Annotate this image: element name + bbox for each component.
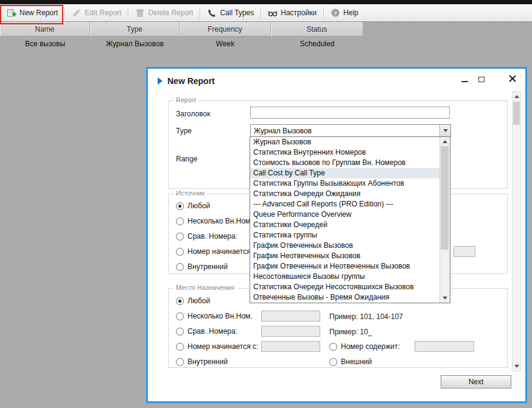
- svg-text:?: ?: [334, 10, 337, 16]
- dialog-window-controls: [461, 74, 517, 85]
- radio-icon: [329, 358, 337, 366]
- scroll-down-icon[interactable]: [440, 294, 450, 303]
- radio-icon: [176, 358, 184, 366]
- window-top-edge: [0, 0, 532, 4]
- dropdown-item[interactable]: График Неотвеченных Вызовов: [250, 251, 439, 261]
- scroll-down-icon[interactable]: [513, 362, 520, 371]
- next-button[interactable]: Next: [441, 375, 511, 389]
- radio-label: Любой: [187, 202, 210, 210]
- source-internal-radio[interactable]: Внутренний: [176, 262, 228, 272]
- source-multiple-radio[interactable]: Несколько Вн.Ном.: [176, 216, 253, 226]
- maximize-icon[interactable]: [478, 77, 485, 82]
- dropdown-item[interactable]: Статистика группы: [250, 230, 439, 241]
- radio-label: Срав. Номера:: [187, 232, 237, 241]
- toolbar-separator: [65, 7, 65, 19]
- source-starts-with-input[interactable]: [453, 246, 475, 257]
- dropdown-item[interactable]: Queue Performance Overview: [250, 209, 439, 220]
- dropdown-item[interactable]: Статистика Группы Вызывающих Абонентов: [250, 178, 439, 189]
- help-icon: ?: [331, 8, 340, 18]
- toolbar-separator: [128, 7, 128, 19]
- dest-contains-radio[interactable]: Номер содержит:: [329, 342, 400, 351]
- type-field-label: Type: [176, 127, 192, 135]
- scrollbar-thumb[interactable]: [513, 102, 520, 125]
- close-icon[interactable]: [508, 74, 517, 85]
- radio-label: Внутренний: [187, 262, 228, 271]
- type-combobox-value: Журнал Вызовов: [251, 127, 439, 135]
- dropdown-scrollbar[interactable]: [439, 137, 450, 303]
- dest-like-input[interactable]: [261, 326, 320, 337]
- dest-like-radio[interactable]: Срав. Номера:: [176, 326, 237, 336]
- dest-like-hint: Пример: 10_: [329, 328, 372, 336]
- type-dropdown-list: Журнал Вызовов Статистика Внутренних Ном…: [250, 136, 450, 303]
- dropdown-scrollbar-thumb[interactable]: [441, 146, 449, 250]
- title-input[interactable]: [250, 107, 450, 119]
- radio-icon: [176, 328, 184, 336]
- radio-label: Любой: [187, 297, 210, 305]
- dropdown-item[interactable]: Несостоявшиеся Вызовы группы: [250, 272, 439, 282]
- dropdown-item[interactable]: Статистика Внутренних Номеров: [250, 147, 439, 158]
- dropdown-item[interactable]: --- Advanced Call Reports (PRO Edition) …: [250, 199, 439, 209]
- minimize-icon[interactable]: [461, 81, 468, 82]
- help-label: Help: [343, 9, 359, 17]
- edit-icon: [72, 8, 82, 18]
- row-cell-frequency: Week: [180, 37, 271, 51]
- dest-multiple-hint: Пример: 101, 104-107: [329, 312, 403, 321]
- scroll-up-icon[interactable]: [513, 92, 520, 101]
- dropdown-item-highlighted[interactable]: Call Cost by Call Type: [250, 168, 439, 178]
- radio-label: Номер содержит:: [341, 342, 400, 351]
- type-combobox[interactable]: Журнал Вызовов: [250, 124, 451, 137]
- settings-label: Настройки: [281, 9, 317, 17]
- dest-external-radio[interactable]: Внешний: [329, 357, 372, 367]
- source-like-radio[interactable]: Срав. Номера:: [176, 231, 237, 241]
- dropdown-item[interactable]: Статистики Очередей: [250, 220, 439, 230]
- radio-label: Несколько Вн.Ном.: [187, 217, 253, 225]
- radio-icon: [176, 217, 184, 225]
- new-report-icon: [7, 8, 16, 18]
- settings-button[interactable]: Настройки: [262, 5, 322, 21]
- column-header-name[interactable]: Name: [0, 22, 90, 37]
- column-header-status[interactable]: Status: [271, 22, 363, 37]
- radio-label: Внешний: [341, 357, 372, 366]
- dropdown-item[interactable]: График Отвеченных Вызовов: [250, 241, 439, 251]
- dest-any-radio[interactable]: Любой: [176, 296, 210, 306]
- toolbar-separator: [323, 7, 324, 19]
- dropdown-item[interactable]: Статистика Очереди Несостоявшихся Вызово…: [250, 282, 439, 292]
- dest-starts-with-radio[interactable]: Номер начинается с:: [176, 342, 258, 351]
- dest-internal-radio[interactable]: Внутренний: [176, 357, 228, 367]
- source-group-label: Источник: [173, 189, 207, 197]
- dialog-titlebar: New Report: [158, 76, 215, 86]
- help-button[interactable]: ? Help: [325, 5, 364, 21]
- chevron-down-icon[interactable]: [439, 125, 450, 136]
- column-header-frequency[interactable]: Frequency: [180, 22, 271, 37]
- source-any-radio[interactable]: Любой: [176, 201, 210, 211]
- delete-report-button[interactable]: Delete Report: [130, 5, 198, 21]
- dest-contains-input[interactable]: [415, 341, 474, 352]
- radio-label: Несколько Вн.Ном.: [187, 312, 253, 320]
- radio-icon: [176, 233, 184, 241]
- report-list-header: Name Type Frequency Status: [0, 22, 363, 37]
- dropdown-item[interactable]: Статистика Очереди Ожидания: [250, 189, 439, 199]
- dialog-title: New Report: [167, 76, 215, 86]
- dropdown-item[interactable]: Журнал Вызовов: [250, 137, 439, 147]
- scroll-up-icon[interactable]: [440, 137, 450, 146]
- new-report-button[interactable]: New Report: [1, 5, 63, 21]
- delete-icon: [135, 8, 145, 18]
- row-cell-type: Журнал Вызовов: [90, 37, 180, 51]
- dropdown-item[interactable]: График Отвеченных и Неотвеченных Вызовов: [250, 261, 439, 272]
- dialog-scrollbar[interactable]: [512, 91, 521, 371]
- source-starts-with-radio[interactable]: Номер начинается с: [176, 247, 256, 256]
- radio-icon: [176, 202, 184, 210]
- report-list-row[interactable]: Все вызовы Журнал Вызовов Week Scheduled: [0, 37, 363, 51]
- column-header-type[interactable]: Type: [90, 22, 180, 37]
- edit-report-button[interactable]: Edit Report: [66, 5, 127, 21]
- toolbar-separator: [200, 7, 200, 19]
- dropdown-item[interactable]: Стоимость вызовов по Группам Вн. Номеров: [250, 158, 439, 168]
- dest-starts-with-input[interactable]: [261, 341, 320, 352]
- dest-multiple-radio[interactable]: Несколько Вн.Ном.: [176, 311, 253, 321]
- call-types-button[interactable]: Call Types: [201, 5, 259, 21]
- toolbar: New Report Edit Report Delete Report Cal…: [0, 4, 532, 22]
- dropdown-item[interactable]: Отвеченные Вызовы - Время Ожидания: [250, 292, 439, 303]
- radio-label: Номер начинается с: [187, 247, 256, 256]
- dest-multiple-input[interactable]: [261, 311, 320, 322]
- edit-report-label: Edit Report: [85, 9, 121, 17]
